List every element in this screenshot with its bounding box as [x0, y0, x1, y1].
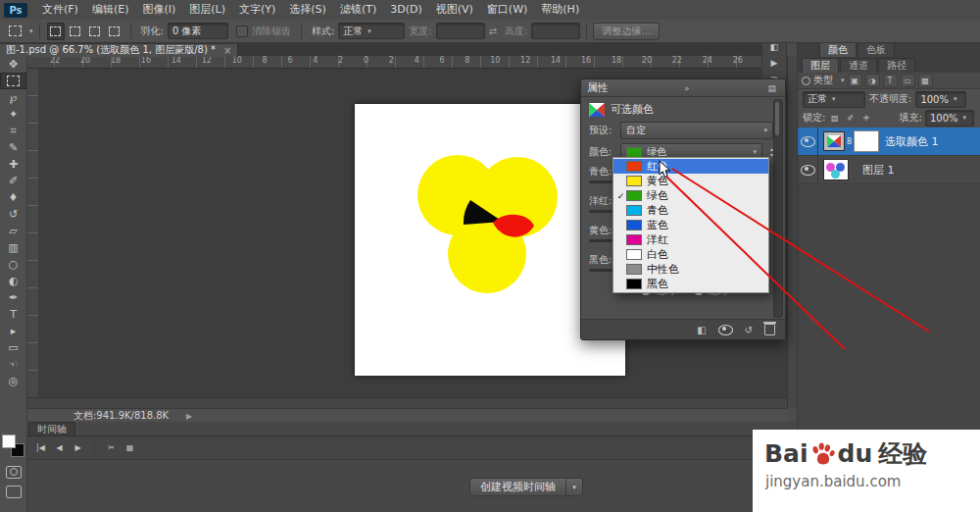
delete-adjustment-icon[interactable] — [764, 324, 775, 335]
move-tool[interactable]: ✥ — [0, 56, 26, 73]
filter-shape-icon[interactable]: ▭ — [901, 74, 915, 87]
filter-pixel-icon[interactable]: ▣ — [848, 74, 862, 87]
close-icon[interactable]: × — [223, 45, 231, 56]
pen-tool[interactable]: ✒ — [0, 289, 26, 306]
eraser-tool[interactable]: ▱ — [0, 223, 26, 239]
document-tab[interactable]: 图-1.psd @ 66.7% (选取颜色 1, 图层蒙版/8) * × — [0, 44, 238, 57]
lasso-tool[interactable]: ℘ — [0, 89, 26, 106]
foreground-color-chip[interactable] — [2, 435, 16, 448]
create-video-timeline-button[interactable]: 创建视频时间轴 — [469, 478, 566, 496]
lock-move-icon[interactable]: ✛ — [859, 112, 872, 125]
timeline-mode-dropdown[interactable]: ▾ — [566, 478, 583, 496]
style-select[interactable]: 正常▾ — [338, 23, 405, 39]
menu-item-red[interactable]: 红色 — [613, 159, 768, 174]
tab-channels[interactable]: 通道 — [840, 58, 877, 73]
menu-item-neutral[interactable]: 中性色 — [613, 262, 768, 277]
type-tool[interactable]: T — [0, 306, 26, 323]
brush-tool[interactable]: ✐ — [0, 173, 26, 189]
film-settings-icon[interactable]: ▦ — [122, 439, 138, 456]
antialias-checkbox[interactable] — [236, 26, 248, 37]
layer-name[interactable]: 图层 1 — [862, 163, 895, 178]
marquee-tool[interactable] — [0, 73, 26, 89]
status-flyout-icon[interactable]: ▶ — [186, 412, 192, 421]
history-brush-tool[interactable]: ↺ — [0, 206, 26, 223]
menu-help[interactable]: 帮助(H) — [534, 0, 586, 20]
shape-tool[interactable]: ▭ — [0, 339, 26, 356]
menu-item-blue[interactable]: 蓝色 — [613, 218, 768, 232]
clone-stamp-tool[interactable]: ♦ — [0, 189, 26, 206]
play-button[interactable]: ▶ — [70, 439, 86, 456]
layer-row-selective-color[interactable]: 8 选取颜色 1 — [798, 128, 980, 156]
layer-name[interactable]: 选取颜色 1 — [885, 134, 939, 149]
quick-mask-button[interactable] — [6, 466, 22, 479]
width-input[interactable] — [436, 23, 485, 39]
menu-item-white[interactable]: 白色 — [613, 247, 768, 262]
menu-file[interactable]: 文件(F) — [35, 0, 85, 20]
expand-panel-icon[interactable]: ▶ — [766, 56, 782, 69]
menu-item-green[interactable]: ✓ 绿色 — [613, 188, 768, 203]
visibility-icon[interactable] — [718, 325, 733, 335]
clip-to-layer-icon[interactable]: ◧ — [697, 325, 706, 335]
menu-item-magenta[interactable]: 洋红 — [613, 232, 768, 247]
healing-brush-tool[interactable]: ✚ — [0, 156, 26, 173]
visibility-toggle[interactable] — [798, 128, 818, 155]
quick-select-tool[interactable]: ✦ — [0, 106, 26, 123]
fill-select[interactable]: 100% ▾ — [925, 110, 974, 127]
swap-dimensions-icon[interactable]: ⇄ — [489, 26, 497, 36]
tab-color[interactable]: 颜色 — [819, 42, 857, 57]
menu-select[interactable]: 选择(S) — [282, 0, 333, 20]
menu-filter[interactable]: 滤镜(T) — [333, 0, 383, 20]
new-selection-mode-button[interactable] — [47, 23, 65, 40]
reset-icon[interactable]: ↺ — [745, 325, 753, 335]
menu-item-yellow[interactable]: 黄色 — [613, 174, 768, 188]
tab-paths[interactable]: 路径 — [878, 58, 915, 73]
panel-scrollbar[interactable] — [773, 99, 783, 318]
eyedropper-tool[interactable]: ✎ — [0, 139, 26, 156]
timeline-tab[interactable]: 时间轴 — [28, 422, 75, 435]
layer-thumbnail[interactable] — [823, 159, 849, 180]
menu-view[interactable]: 视图(V) — [429, 0, 480, 20]
filter-type-icon[interactable]: T — [883, 74, 898, 87]
height-input[interactable] — [531, 23, 580, 39]
first-frame-button[interactable]: |◀ — [32, 439, 49, 456]
menu-image[interactable]: 图像(I) — [135, 0, 182, 20]
blur-tool[interactable]: ○ — [0, 256, 26, 273]
adjustment-layer-thumbnail[interactable] — [823, 131, 845, 151]
filter-type-label[interactable]: 类型 — [813, 74, 833, 87]
gradient-tool[interactable]: ▥ — [0, 239, 26, 256]
opacity-select[interactable]: 100% ▾ — [915, 91, 966, 108]
intersect-selection-mode-button[interactable] — [106, 23, 123, 40]
properties-header[interactable]: 属性 » ▤ — [581, 79, 785, 97]
tab-swatches[interactable]: 色板 — [858, 42, 895, 57]
preset-select[interactable]: 自定 ▾ — [620, 122, 773, 139]
screen-mode-button[interactable] — [6, 486, 22, 498]
path-select-tool[interactable]: ▸ — [0, 323, 26, 339]
tab-layers[interactable]: 图层 — [802, 58, 839, 73]
menu-3d[interactable]: 3D(D) — [383, 0, 429, 20]
scrollbar-thumb[interactable] — [775, 102, 779, 135]
add-selection-mode-button[interactable] — [67, 23, 84, 40]
blend-mode-select[interactable]: 正常 ▾ — [803, 91, 865, 108]
previous-frame-button[interactable]: ◀ — [51, 439, 68, 456]
dodge-tool[interactable]: ◐ — [0, 273, 26, 289]
layer-row-layer1[interactable]: 图层 1 — [798, 156, 980, 184]
refine-edge-button[interactable]: 调整边缘… — [593, 23, 660, 40]
collapse-panel-icon[interactable]: » — [681, 83, 693, 93]
zoom-tool[interactable]: ◎ — [0, 373, 26, 389]
lock-paint-icon[interactable]: ✐ — [844, 112, 857, 125]
tool-preset-button[interactable] — [6, 23, 24, 40]
menu-edit[interactable]: 编辑(E) — [85, 0, 136, 20]
subtract-selection-mode-button[interactable] — [86, 23, 104, 40]
menu-window[interactable]: 窗口(W) — [480, 0, 534, 20]
filter-adjustment-icon[interactable]: ◑ — [865, 74, 880, 87]
lock-transparency-icon[interactable]: ▨ — [828, 112, 841, 125]
color-chips[interactable] — [2, 435, 25, 458]
crop-tool[interactable]: ⌗ — [0, 123, 26, 139]
feather-input[interactable]: 0 像素 — [168, 23, 228, 39]
visibility-toggle[interactable] — [798, 156, 818, 183]
menu-type[interactable]: 文字(Y) — [232, 0, 282, 20]
panel-menu-icon[interactable]: ▤ — [764, 83, 779, 93]
layer-mask-thumbnail[interactable] — [854, 130, 879, 152]
split-clip-icon[interactable]: ✂ — [103, 439, 120, 456]
hand-tool[interactable]: ☜ — [0, 356, 26, 373]
